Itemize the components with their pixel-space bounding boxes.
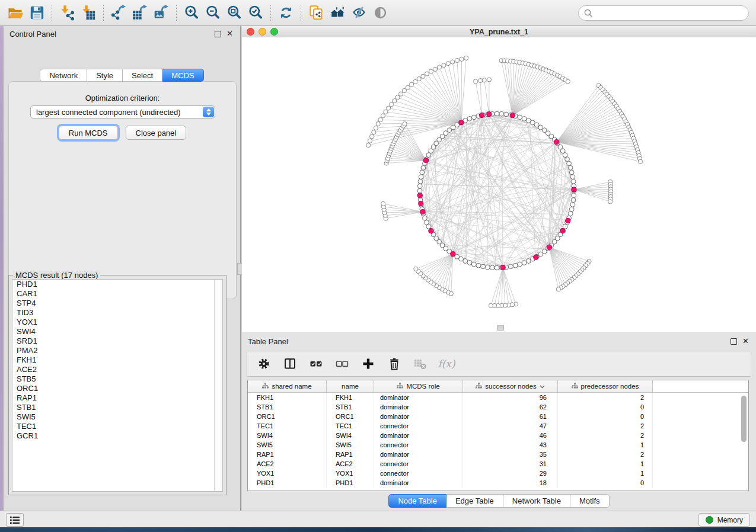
mcds-result-list[interactable]: PHD1CAR1STP4TID3YOX1SWI4SRD1PMA2FKH1ACE2… <box>12 279 223 492</box>
add-column-button[interactable] <box>360 355 377 372</box>
network-window-titlebar[interactable]: YPA_prune.txt_1 <box>242 26 756 38</box>
table-scrollbar-thumb[interactable] <box>741 396 747 442</box>
memory-button[interactable]: Memory <box>698 513 750 527</box>
mcds-result-item[interactable]: YOX1 <box>12 318 222 327</box>
export-table-button[interactable] <box>129 3 151 23</box>
horizontal-splitter-grip[interactable] <box>497 325 504 331</box>
column-header-predecessor-nodes[interactable]: predecessor nodes <box>558 380 653 392</box>
mcds-result-item[interactable]: ACE2 <box>12 365 222 374</box>
close-panel-icon[interactable]: ✕ <box>227 31 233 37</box>
function-builder-button[interactable]: f(x) <box>438 355 455 372</box>
hide-graphics-details-button[interactable] <box>348 3 369 23</box>
clone-network-button[interactable] <box>305 3 327 23</box>
table-cell: 2 <box>558 450 653 459</box>
mcds-result-item[interactable]: ORC1 <box>12 384 222 393</box>
maximize-window-icon[interactable] <box>270 28 278 36</box>
run-mcds-button[interactable]: Run MCDS <box>59 126 118 140</box>
tab-mcds[interactable]: MCDS <box>162 69 203 82</box>
table-panel-header: Table Panel ✕ <box>242 334 756 349</box>
network-canvas[interactable] <box>242 37 756 332</box>
table-row[interactable]: ORC1ORC1dominator610 <box>248 412 748 421</box>
select-all-columns-button[interactable] <box>308 355 324 372</box>
zoom-out-icon <box>205 5 221 21</box>
refresh-view-button[interactable] <box>275 3 296 23</box>
column-header-MCDS-role[interactable]: MCDS role <box>374 380 463 392</box>
delete-table-button[interactable] <box>412 355 429 372</box>
tab-motifs[interactable]: Motifs <box>570 494 610 508</box>
mcds-result-item[interactable]: PHD1 <box>12 280 222 289</box>
application-window: Control Panel ✕ NetworkStyleSelectMCDS O… <box>0 0 756 527</box>
mcds-result-item[interactable]: SWI4 <box>12 327 222 336</box>
table-row[interactable]: ACE2ACE2connector311 <box>248 459 748 469</box>
tab-network[interactable]: Network <box>40 69 87 82</box>
table-scrollbar[interactable] <box>741 393 747 488</box>
column-header-successor-nodes[interactable]: successor nodes <box>463 380 558 392</box>
mcds-result-item[interactable]: TEC1 <box>12 422 222 431</box>
mcds-result-item[interactable]: STP4 <box>12 299 222 308</box>
node-table[interactable]: shared namenameMCDS rolesuccessor nodesp… <box>247 380 749 491</box>
tab-network-table[interactable]: Network Table <box>503 494 570 508</box>
export-image-button[interactable] <box>151 3 172 23</box>
float-panel-icon[interactable] <box>215 31 221 37</box>
network-graph[interactable] <box>242 37 756 332</box>
mcds-result-item[interactable]: STB1 <box>12 403 222 412</box>
gear-icon <box>257 357 271 371</box>
optimization-criterion-value: largest connected component (undirected) <box>36 108 181 117</box>
column-label: predecessor nodes <box>581 383 639 390</box>
delete-columns-icon <box>387 357 401 371</box>
save-session-button[interactable] <box>26 3 47 23</box>
mcds-result-item[interactable]: PMA2 <box>12 346 222 355</box>
table-cell: 61 <box>463 412 558 421</box>
deselect-all-columns-button[interactable] <box>334 355 350 372</box>
mcds-result-item[interactable]: TID3 <box>12 308 222 318</box>
import-table-button[interactable] <box>78 3 99 23</box>
zoom-fit-button[interactable] <box>224 3 245 23</box>
mcds-result-item[interactable]: FKH1 <box>12 355 222 365</box>
table-row[interactable]: FKH1FKH1dominator962 <box>248 393 748 402</box>
minimize-window-icon[interactable] <box>259 28 266 36</box>
birds-eye-button[interactable] <box>369 3 391 23</box>
mcds-result-item[interactable]: SWI5 <box>12 412 222 422</box>
mcds-result-item[interactable]: GCR1 <box>12 431 222 441</box>
search-input[interactable] <box>578 5 749 21</box>
column-header-name[interactable]: name <box>327 380 374 392</box>
tab-style[interactable]: Style <box>87 69 123 82</box>
tab-edge-table[interactable]: Edge Table <box>446 494 503 508</box>
table-row[interactable]: SWI4SWI4dominator462 <box>248 431 748 440</box>
zoom-in-button[interactable] <box>181 3 202 23</box>
save-session-icon <box>29 5 45 21</box>
mcds-result-item[interactable]: CAR1 <box>12 289 222 299</box>
table-cell: STB1 <box>248 402 327 412</box>
houses-button[interactable] <box>327 3 348 23</box>
float-table-panel-icon[interactable] <box>731 338 737 345</box>
mcds-result-item[interactable]: RAP1 <box>12 393 222 403</box>
export-network-button[interactable] <box>108 3 129 23</box>
close-window-icon[interactable] <box>247 28 254 36</box>
table-row[interactable]: TEC1TEC1connector472 <box>248 421 748 431</box>
close-table-panel-icon[interactable]: ✕ <box>742 338 749 344</box>
table-row[interactable]: RAP1RAP1dominator352 <box>248 450 748 459</box>
table-row[interactable]: PHD1PHD1dominator180 <box>248 478 748 488</box>
import-network-button[interactable] <box>56 3 78 23</box>
split-panel-button[interactable] <box>282 355 298 372</box>
table-cell: ORC1 <box>248 412 327 421</box>
memory-label: Memory <box>717 516 743 524</box>
close-panel-button[interactable]: Close panel <box>126 126 187 140</box>
tab-node-table[interactable]: Node Table <box>388 494 446 508</box>
mcds-list-scrollbar[interactable] <box>214 280 222 491</box>
column-header-shared-name[interactable]: shared name <box>248 380 327 392</box>
clone-network-icon <box>308 5 324 21</box>
optimization-criterion-select[interactable]: largest connected component (undirected) <box>30 105 215 118</box>
mcds-result-item[interactable]: SRD1 <box>12 336 222 346</box>
mcds-result-item[interactable]: STB5 <box>12 374 222 384</box>
tab-select[interactable]: Select <box>123 69 162 82</box>
panel-menu-button[interactable] <box>6 513 24 527</box>
zoom-out-button[interactable] <box>202 3 224 23</box>
open-file-button[interactable] <box>5 3 26 23</box>
gear-button[interactable] <box>256 355 272 372</box>
table-row[interactable]: SWI5SWI5connector431 <box>248 440 748 450</box>
zoom-selected-button[interactable] <box>245 3 266 23</box>
delete-columns-button[interactable] <box>386 355 403 372</box>
table-row[interactable]: STB1STB1dominator620 <box>248 402 748 412</box>
table-row[interactable]: YOX1YOX1connector291 <box>248 469 748 478</box>
